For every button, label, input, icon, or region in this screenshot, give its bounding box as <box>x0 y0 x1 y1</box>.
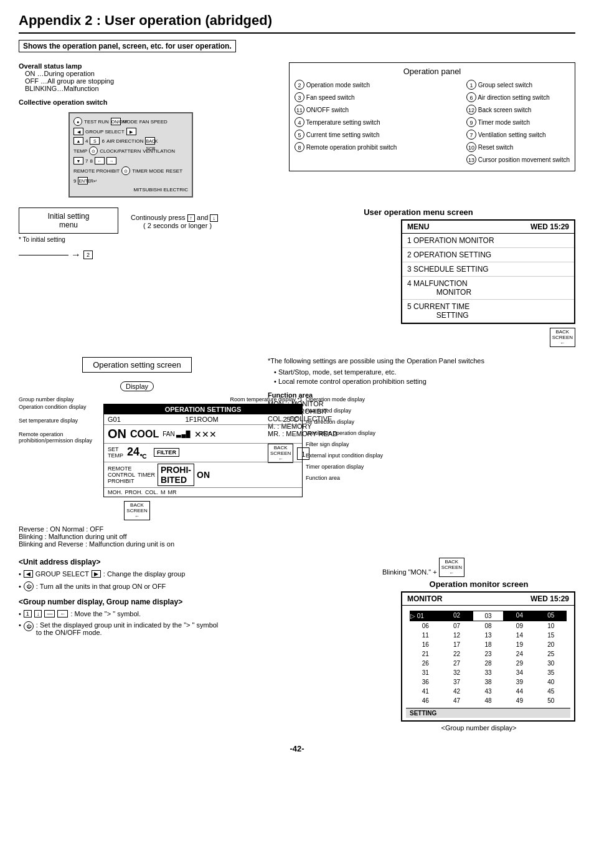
panel-group-right[interactable]: ▶ <box>126 128 136 135</box>
page-title: Appendix 2 : User operation (abridged) <box>19 12 575 34</box>
monitor-cell-15: 15 <box>535 631 567 640</box>
initial-setting-note: * To initial setting <box>19 236 118 243</box>
switch-num-8: 8 <box>295 142 304 152</box>
status-lamp-label: Overall status lamp <box>19 62 243 70</box>
panel-onoff-btn[interactable]: ON/OFF <box>111 118 121 125</box>
operation-panel-image: ● TEST RUN ON/OFF MODE FAN SPEED ◀ GROUP… <box>68 112 193 198</box>
initial-setting-title2: menu <box>26 221 111 229</box>
status-lamp-on: ON …During operation <box>25 70 243 77</box>
switch-num-12: 12 <box>466 105 476 115</box>
monitor-cell-49: 49 <box>504 696 535 705</box>
initial-setting-instruction: Continously press ↑ and ↓ <box>131 214 218 222</box>
switch-label-9: Timer mode switch <box>478 119 530 126</box>
monitor-cell-23: 23 <box>473 649 504 659</box>
nav-arrow-btn[interactable]: ← <box>57 610 68 618</box>
switch-label-13: Cursor position movement switch <box>478 156 570 163</box>
nav-1-btn[interactable]: 1 <box>24 610 32 618</box>
screen-filter: FILTER <box>154 448 179 457</box>
switch-num-5: 5 <box>295 130 304 140</box>
back-screen-btn-2[interactable]: BACKSCREEN← <box>124 501 149 520</box>
monitor-cell-20: 20 <box>535 640 567 649</box>
panel-temp-up[interactable]: ▲ <box>73 137 83 145</box>
reverse-note: Reverse : ON Normal : OFF <box>19 525 255 533</box>
monitor-cell-06: 06 <box>410 621 441 631</box>
btn-up-arrow[interactable]: ↑ <box>187 214 196 222</box>
function-area-label: Function area <box>306 475 402 481</box>
panel-temp-down[interactable]: ▼ <box>73 157 83 165</box>
menu-item-5: 5 CURRENT TIME SETTING <box>402 300 574 323</box>
panel-timer: ⊙ <box>121 166 130 175</box>
monitor-screen-title: Operation monitor screen <box>382 579 575 589</box>
brand-logo: MITSUBISHI ELECTRIC <box>73 187 188 193</box>
timer-op-display-label: Timer operation display <box>306 464 402 470</box>
menu-screen-header: MENU WED 15:29 <box>402 221 574 234</box>
monitor-cell-09: 09 <box>504 621 535 631</box>
set-on-off: • ⏻ : Set the displayed group unit in in… <box>19 621 376 636</box>
group-num-display-label: Group number display <box>19 396 100 403</box>
initial-setting-box: Initial setting menu <box>19 207 118 234</box>
panel-back-screen[interactable]: BACK SCR <box>145 137 155 145</box>
monitor-cell-21: 21 <box>410 649 441 659</box>
filter-sign-display-label: Filter sign display <box>306 441 402 447</box>
monitor-cell-11: 11 <box>410 631 441 640</box>
monitor-cell-14: 14 <box>504 631 535 640</box>
panel-nav-left[interactable]: ← <box>95 157 105 165</box>
monitor-cell-10: 10 <box>535 621 567 631</box>
initial-setting-duration: ( 2 seconds or longer ) <box>143 222 218 229</box>
monitor-cell-12: 12 <box>441 631 472 640</box>
switch-num-7: 7 <box>466 130 476 140</box>
monitor-cell-07: 07 <box>441 621 472 631</box>
nav-dash-btn[interactable]: — <box>44 610 55 618</box>
switch-label-3: Fan speed switch <box>306 94 355 101</box>
num-2-btn: 2 <box>83 250 93 259</box>
btn-down-arrow[interactable]: ↓ <box>210 214 218 222</box>
back-screen-ref: BACKSCREEN← <box>439 558 464 577</box>
panel-temp-s[interactable]: S <box>90 137 100 145</box>
monitor-cell-44: 44 <box>504 687 535 696</box>
group-right-btn[interactable]: ▶ <box>92 570 101 578</box>
monitor-cell-19: 19 <box>504 640 535 649</box>
set-temp-display-label: Set temperature display <box>19 417 100 424</box>
screen-group: G01 <box>108 416 121 423</box>
group-left-btn[interactable]: ◀ <box>24 570 33 578</box>
panel-group-left[interactable]: ◀ <box>73 128 83 135</box>
panel-status-light: ● <box>73 117 82 126</box>
monitor-cell-32: 32 <box>441 668 472 677</box>
panel-clock: ⊙ <box>89 146 98 155</box>
panel-switch-item-1: Start/Stop, mode, set temperature, etc. <box>274 368 575 376</box>
monitor-footer: SETTING <box>406 708 570 718</box>
air-direction-display-label: Air direction display <box>306 419 402 425</box>
switch-label-8: Remote operation prohibit switch <box>306 144 397 151</box>
initial-setting-title: Initial setting <box>26 212 111 221</box>
screen-mode-cool: COOL <box>130 429 159 440</box>
switch-label-12: Back screen switch <box>478 107 532 113</box>
operation-panel-box: Operation panel 2 Operation mode switch … <box>289 62 575 171</box>
switch-num-2: 2 <box>295 80 304 90</box>
monitor-cell-27: 27 <box>441 659 472 668</box>
on-off-btn[interactable]: ⏻ <box>24 581 34 591</box>
op-condition-display-label: Operation condition display <box>19 404 100 410</box>
panel-nav-right[interactable]: → <box>106 157 116 165</box>
monitor-cell-02: 02 <box>441 611 472 621</box>
group-num-display-title: <Group number display, Group name displa… <box>19 598 376 606</box>
switch-label-4: Temperature setting switch <box>306 119 380 126</box>
nav-2-btn[interactable]: ↓ <box>34 610 42 618</box>
back-screen-btn-1[interactable]: BACKSCREEN← <box>550 328 575 347</box>
menu-time: WED 15:29 <box>530 222 569 231</box>
screen-timer-label: TIMER <box>138 472 155 478</box>
switch-label-1: Group select switch <box>478 82 532 88</box>
display-label: Display <box>120 381 154 391</box>
blinking-mon-note: Blinking "MON." + BACKSCREEN← <box>382 558 575 577</box>
external-input-display-label: External input condition display <box>306 452 402 459</box>
monitor-cell-41: 41 <box>410 687 441 696</box>
on-off-btn-2[interactable]: ⏻ <box>24 621 34 631</box>
screen-set-temp-val: 24℃ <box>127 446 146 460</box>
switch-num-9: 9 <box>466 117 476 127</box>
screen-mode-on: ON <box>108 427 126 441</box>
status-lamp-blinking: BLINKING…Malfunction <box>25 85 243 92</box>
menu-item-2: 2 OPERATION SETTING <box>402 248 574 262</box>
change-display-group: • ◀ GROUP SELECT ▶ : Change the display … <box>19 570 376 578</box>
switch-label-11: ON/OFF switch <box>306 107 349 113</box>
panel-enter[interactable]: ENTER↵ <box>78 177 88 184</box>
monitor-cell-17: 17 <box>441 640 472 649</box>
